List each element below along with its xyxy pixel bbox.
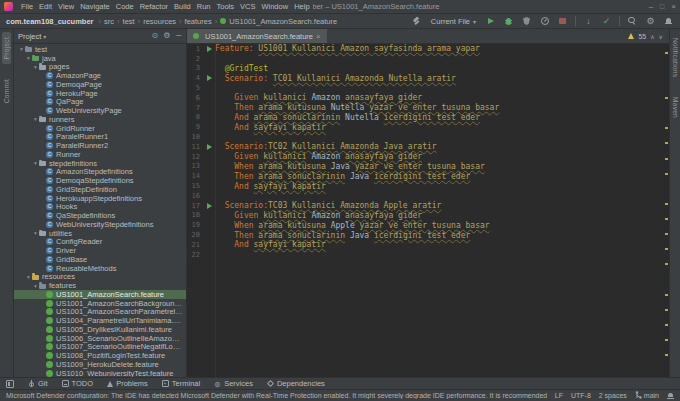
code-line-4[interactable]: 4 Scenario: TC01 Kullanici Amazonda Nute… (187, 73, 669, 83)
tree-item-configreader[interactable]: ConfigReader (14, 238, 186, 247)
code-line-7[interactable]: 7 Then arama kutusuna Nutella yazar ve e… (187, 103, 669, 113)
code-line-22[interactable]: 22 (187, 250, 669, 260)
tree-item-gridbase[interactable]: GridBase (14, 255, 186, 264)
menu-file[interactable]: File (18, 2, 36, 11)
warning-stripe-mark[interactable] (665, 158, 668, 160)
tree-item-us1001-amazonsearchbackground-feature[interactable]: US1001_AmazonSearchBackground.feature (14, 299, 186, 308)
tree-item-webuniversitystepdefinitions[interactable]: WebUniversityStepdefinitions (14, 220, 186, 229)
tool-window-button-notifications[interactable]: Notifications (671, 33, 680, 82)
next-warning-icon[interactable] (659, 33, 663, 40)
maximize-icon[interactable] (660, 0, 664, 14)
tree-item-us1004-parametreliurltanimlama-feature[interactable]: US1004_ParametreliUrlTanimlama.feature (14, 316, 186, 325)
tree-item-reusablemethods[interactable]: ReusableMethods (14, 264, 186, 273)
tree-item-demoqastepdefinitions[interactable]: DemoqaStepdefinitions (14, 176, 186, 185)
warning-stripe-mark[interactable] (665, 294, 668, 296)
event-bell-icon[interactable] (667, 392, 674, 400)
tree-item-driver[interactable]: Driver (14, 246, 186, 255)
tool-window-button-terminal[interactable]: Terminal (162, 379, 200, 388)
code-line-19[interactable]: 19 When arama kutusuna Apple yazar ve en… (187, 220, 669, 230)
code-line-18[interactable]: 18 Given kullanici Amazon anasayfaya gid… (187, 211, 669, 221)
warning-stripe-mark[interactable] (665, 263, 668, 265)
debug-button[interactable] (503, 15, 514, 27)
tree-item-runners[interactable]: ▾runners (14, 115, 186, 124)
prev-warning-icon[interactable] (650, 33, 654, 40)
code-line-15[interactable]: 15 And sayfayi kapatir (187, 181, 669, 191)
code-line-9[interactable]: 9 And sayfayi kapatir (187, 122, 669, 132)
warning-stripe-mark[interactable] (665, 97, 668, 99)
menu-tools[interactable]: Tools (214, 2, 238, 11)
tool-window-button-services[interactable]: Services (214, 379, 253, 388)
breadcrumb-item-test[interactable]: test (123, 17, 135, 26)
tree-item-us1001-amazonsearchparametreli-feature[interactable]: US1001_AmazonSearchParametreli.feature (14, 308, 186, 317)
run-gutter-icon[interactable] (207, 203, 212, 209)
tree-item-us1006-scenariooutlineileamazonarama-feature[interactable]: US1006_ScenarioOutlineIleAmazonArama.fea… (14, 334, 186, 343)
tree-item-stepdefinitions[interactable]: ▾stepdefinitions (14, 159, 186, 168)
run-gutter-icon[interactable] (207, 75, 212, 81)
tool-window-button-todo[interactable]: TODO (62, 379, 94, 388)
tree-item-gridstepdefinition[interactable]: GridStepDefinition (14, 185, 186, 194)
expand-chevron-icon[interactable]: ▾ (32, 160, 39, 166)
breadcrumb-project[interactable]: com.team108_cucumber (6, 17, 94, 26)
vcs-commit-button[interactable] (601, 15, 612, 27)
warning-stripe-mark[interactable] (665, 354, 668, 356)
menu-navigate[interactable]: Navigate (77, 2, 113, 11)
code-line-3[interactable]: 3 @GridTest (187, 64, 669, 74)
tree-item-us1008-pozitiflogintest-feature[interactable]: US1008_PozitifLoginTest.feature (14, 351, 186, 360)
breadcrumb-item-src[interactable]: src (104, 17, 114, 26)
tree-item-test[interactable]: ▾test (14, 45, 186, 54)
expand-chevron-icon[interactable]: ▾ (32, 230, 39, 236)
panel-settings-icon[interactable] (163, 32, 170, 40)
warning-stripe-mark[interactable] (665, 248, 668, 250)
coverage-button[interactable] (521, 15, 532, 27)
menu-refactor[interactable]: Refactor (137, 2, 171, 11)
tree-item-demoqapage[interactable]: DemoqaPage (14, 80, 186, 89)
tree-item-qapage[interactable]: QaPage (14, 98, 186, 107)
tree-item-java[interactable]: ▾java (14, 54, 186, 63)
notifications-button[interactable] (663, 15, 674, 27)
tree-item-amazonpage[interactable]: AmazonPage (14, 71, 186, 80)
expand-chevron-icon[interactable]: ▾ (32, 64, 39, 70)
tree-item-herokupage[interactable]: HerokuPage (14, 89, 186, 98)
close-icon[interactable] (671, 0, 676, 14)
menu-build[interactable]: Build (171, 2, 194, 11)
menu-window[interactable]: Window (258, 2, 291, 11)
warning-stripe-mark[interactable] (665, 309, 668, 311)
warning-stripe-mark[interactable] (665, 142, 668, 144)
tree-item-paralelrunner2[interactable]: ParalelRunner2 (14, 141, 186, 150)
stop-button[interactable] (557, 15, 568, 27)
tool-window-button-commit[interactable]: Commit (2, 74, 11, 108)
code-line-10[interactable]: 10 (187, 132, 669, 142)
tree-item-qastepdefinitions[interactable]: QaStepdefinitions (14, 211, 186, 220)
tree-item-pages[interactable]: ▾pages (14, 63, 186, 72)
tree-item-resources[interactable]: ▾resources (14, 273, 186, 282)
code-line-14[interactable]: 14 Then arama sonuclarinin Java icerdigi… (187, 171, 669, 181)
hide-panel-icon[interactable] (175, 32, 182, 40)
chevron-down-icon[interactable] (41, 32, 46, 41)
tree-item-features[interactable]: ▾features (14, 281, 186, 290)
run-config-selector[interactable]: Current File (429, 17, 478, 26)
expand-chevron-icon[interactable]: ▾ (32, 116, 39, 122)
search-everywhere-button[interactable] (627, 15, 638, 27)
tool-window-switcher-icon[interactable] (6, 380, 14, 388)
project-panel-title[interactable]: Project (18, 32, 41, 41)
code-line-16[interactable]: 16 (187, 191, 669, 201)
tree-item-us1010-webuniversitytest-feature[interactable]: US1010_WebuniversityTest.feature (14, 369, 186, 377)
code-line-11[interactable]: 11 Scenario:TC02 Kullanici Amazonda Java… (187, 142, 669, 152)
profiler-button[interactable] (539, 15, 550, 27)
tool-window-button-problems[interactable]: Problems (107, 379, 148, 388)
run-gutter-icon[interactable] (207, 144, 212, 150)
menu-vcs[interactable]: VCS (237, 2, 258, 11)
code-line-5[interactable]: 5 (187, 83, 669, 93)
expand-chevron-icon[interactable]: ▾ (25, 274, 32, 280)
warning-stripe-mark[interactable] (665, 52, 668, 54)
minimize-icon[interactable] (649, 0, 653, 14)
run-button[interactable] (485, 15, 496, 27)
expand-chevron-icon[interactable]: ▾ (18, 46, 25, 52)
tree-item-us1001-amazonsearch-feature[interactable]: US1001_AmazonSearch.feature (14, 290, 186, 299)
tree-item-utilities[interactable]: ▾utilities (14, 229, 186, 238)
warning-stripe-mark[interactable] (665, 173, 668, 175)
tree-item-paralelrunner1[interactable]: ParalelRunner1 (14, 133, 186, 142)
code-line-8[interactable]: 8 And arama sonuclarinin Nutella icerdig… (187, 113, 669, 123)
code-line-6[interactable]: 6 Given kullanici Amazon anasayfaya gide… (187, 93, 669, 103)
tool-window-button-project[interactable]: Project (2, 32, 11, 64)
